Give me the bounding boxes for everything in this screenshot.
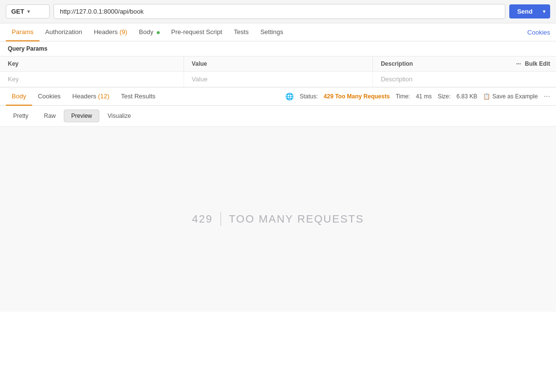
bulk-edit-button[interactable]: Bulk Edit: [525, 60, 550, 67]
body-dot: [157, 31, 160, 34]
send-label: Send: [517, 8, 537, 15]
col-actions-header: ··· Bulk Edit: [510, 56, 556, 71]
response-tab-body[interactable]: Body: [6, 88, 32, 106]
more-options-icon[interactable]: ···: [544, 92, 550, 101]
method-select[interactable]: GET ▾: [6, 4, 50, 19]
save-example-label: Save as Example: [492, 93, 537, 100]
vtab-pretty[interactable]: Pretty: [6, 110, 36, 122]
send-button[interactable]: Send ▾: [509, 4, 550, 19]
headers-badge: (9): [119, 28, 127, 36]
cookies-link[interactable]: Cookies: [527, 29, 550, 36]
error-display: 429 TOO MANY REQUESTS: [192, 212, 364, 226]
globe-icon: 🌐: [285, 93, 294, 100]
send-chevron: ▾: [538, 9, 550, 14]
status-value: 429 Too Many Requests: [324, 93, 390, 100]
response-status-bar: 🌐 Status: 429 Too Many Requests Time: 41…: [285, 88, 550, 105]
col-desc-header: Description: [372, 56, 510, 71]
vtab-visualize[interactable]: Visualize: [100, 110, 138, 122]
error-code: 429: [192, 213, 213, 225]
col-value-header: Value: [184, 56, 372, 71]
tab-tests[interactable]: Tests: [228, 23, 254, 41]
tab-params[interactable]: Params: [6, 23, 39, 41]
params-header-row: Key Value Description ··· Bulk Edit: [0, 56, 556, 72]
tab-pre-request-script[interactable]: Pre-request Script: [166, 23, 228, 41]
error-divider: [221, 212, 221, 226]
url-input[interactable]: [54, 4, 505, 19]
status-label: Status:: [299, 93, 317, 100]
params-key-cell[interactable]: Key: [0, 72, 184, 87]
save-as-example-button[interactable]: 📋 Save as Example: [483, 93, 537, 100]
params-desc-cell[interactable]: Description: [372, 72, 556, 87]
params-placeholder-row: Key Value Description: [0, 72, 556, 87]
vtab-raw[interactable]: Raw: [37, 110, 63, 122]
response-headers-badge: (12): [98, 93, 109, 100]
response-tabs-bar: Body Cookies Headers (12) Test Results 🌐…: [0, 88, 556, 106]
size-label: Size:: [438, 93, 451, 100]
tab-settings[interactable]: Settings: [255, 23, 289, 41]
response-tab-cookies[interactable]: Cookies: [32, 88, 67, 106]
preview-area: 429 TOO MANY REQUESTS: [0, 127, 556, 312]
params-value-cell[interactable]: Value: [184, 72, 372, 87]
time-label: Time:: [396, 93, 410, 100]
method-chevron: ▾: [27, 9, 30, 14]
tab-headers[interactable]: Headers (9): [88, 23, 133, 41]
params-table: Key Value Description ··· Bulk Edit Key …: [0, 56, 556, 88]
method-label: GET: [11, 8, 24, 15]
error-message: TOO MANY REQUESTS: [229, 213, 364, 225]
top-bar: GET ▾ Send ▾: [0, 0, 556, 23]
response-section: Body Cookies Headers (12) Test Results 🌐…: [0, 88, 556, 312]
more-dots-header[interactable]: ···: [516, 60, 521, 67]
response-tab-headers[interactable]: Headers (12): [67, 88, 115, 106]
view-tabs: Pretty Raw Preview Visualize: [0, 106, 556, 127]
tab-body[interactable]: Body: [133, 23, 165, 41]
size-value: 6.83 KB: [457, 93, 478, 100]
col-key-header: Key: [0, 56, 184, 71]
vtab-preview[interactable]: Preview: [64, 110, 99, 122]
query-params-label: Query Params: [0, 41, 556, 56]
time-value: 41 ms: [416, 93, 432, 100]
tab-authorization[interactable]: Authorization: [39, 23, 88, 41]
request-tabs: Params Authorization Headers (9) Body Pr…: [0, 23, 556, 41]
response-tab-test-results[interactable]: Test Results: [115, 88, 161, 106]
save-icon: 📋: [483, 93, 490, 100]
